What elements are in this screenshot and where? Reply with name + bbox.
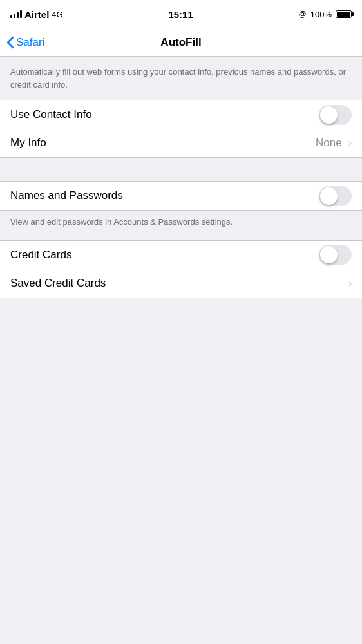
group-spacer-1 xyxy=(0,158,362,181)
credit-cards-right xyxy=(319,245,352,265)
toggle-thumb-2 xyxy=(320,187,338,205)
use-contact-info-toggle[interactable] xyxy=(319,105,352,125)
status-time: 15:11 xyxy=(168,9,193,20)
page-title: AutoFill xyxy=(160,36,201,49)
saved-credit-cards-right: › xyxy=(346,278,352,289)
chevron-right-icon: › xyxy=(348,137,352,149)
status-bar: Airtel 4G 15:11 @ 100% xyxy=(0,0,362,28)
names-passwords-right xyxy=(319,186,352,206)
chevron-left-icon xyxy=(6,36,14,49)
network-type-label: 4G xyxy=(52,10,62,19)
signal-bar-3 xyxy=(17,12,19,18)
content: Automatically fill out web forms using y… xyxy=(0,57,362,491)
battery-container xyxy=(336,10,352,18)
signal-bars xyxy=(10,10,22,18)
description-section: Automatically fill out web forms using y… xyxy=(0,57,362,100)
chevron-right-icon-2: › xyxy=(348,278,352,289)
my-info-row[interactable]: My Info None › xyxy=(0,129,362,157)
signal-bar-4 xyxy=(20,10,22,18)
nav-bar: Safari AutoFill xyxy=(0,28,362,57)
contact-group: Use Contact Info My Info None › xyxy=(0,100,362,158)
use-contact-info-right xyxy=(319,105,352,125)
passwords-note-text: View and edit passwords in Accounts & Pa… xyxy=(10,216,352,229)
bottom-spacer xyxy=(0,298,362,491)
names-passwords-row: Names and Passwords xyxy=(0,182,362,210)
group-spacer-2 xyxy=(0,234,362,240)
use-contact-info-row: Use Contact Info xyxy=(0,100,362,129)
lock-icon: @ xyxy=(299,10,307,19)
saved-credit-cards-row[interactable]: Saved Credit Cards › xyxy=(0,269,362,298)
battery-percent-label: 100% xyxy=(310,10,332,19)
saved-credit-cards-label: Saved Credit Cards xyxy=(10,277,106,290)
status-right: @ 100% xyxy=(299,10,352,19)
description-text: Automatically fill out web forms using y… xyxy=(10,66,352,91)
credit-group: Credit Cards Saved Credit Cards › xyxy=(0,240,362,298)
my-info-right: None › xyxy=(316,137,352,149)
back-label: Safari xyxy=(16,36,44,49)
credit-cards-row: Credit Cards xyxy=(0,241,362,269)
my-info-label: My Info xyxy=(10,137,46,149)
credit-cards-label: Credit Cards xyxy=(10,249,71,261)
names-passwords-toggle[interactable] xyxy=(319,186,352,206)
toggle-thumb xyxy=(320,106,338,124)
back-button[interactable]: Safari xyxy=(6,36,44,49)
my-info-value: None xyxy=(316,137,342,149)
use-contact-info-label: Use Contact Info xyxy=(10,108,92,121)
battery-fill xyxy=(337,12,350,17)
names-passwords-label: Names and Passwords xyxy=(10,189,123,202)
passwords-note-section: View and edit passwords in Accounts & Pa… xyxy=(0,211,362,234)
status-left: Airtel 4G xyxy=(10,9,63,20)
signal-bar-1 xyxy=(10,15,12,18)
credit-cards-toggle[interactable] xyxy=(319,245,352,265)
signal-bar-2 xyxy=(14,14,15,18)
carrier-label: Airtel xyxy=(24,9,49,20)
passwords-group: Names and Passwords xyxy=(0,181,362,211)
toggle-thumb-3 xyxy=(320,246,338,263)
battery-icon xyxy=(336,10,352,18)
